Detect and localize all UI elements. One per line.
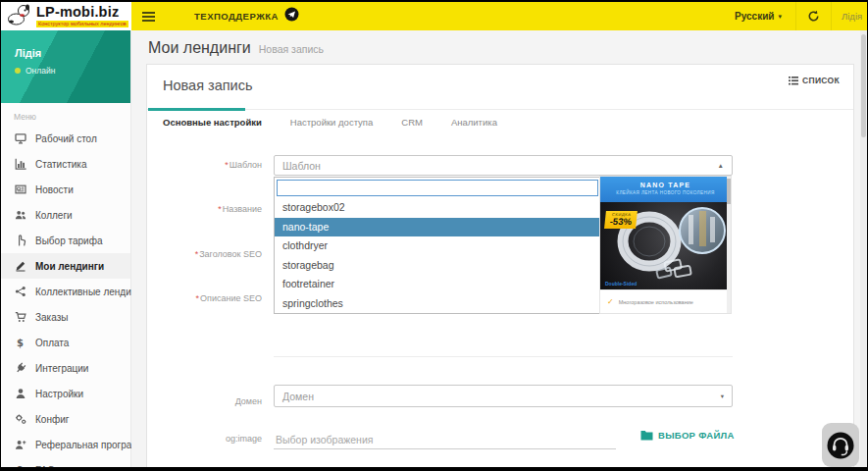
sidebar: Лідія Онлайн Меню Рабочий стол Статистик… [1,30,131,467]
template-label: *Шаблон [152,160,262,170]
sidebar-item-statistics[interactable]: Статистика [1,151,130,177]
list-button[interactable]: СПИСОК [789,76,840,85]
preview-title: NANO TAPE [600,182,731,188]
tab-analytics[interactable]: Аналитика [451,117,497,128]
page-scrollbar[interactable] [860,30,867,467]
domain-label: Домен [152,396,262,406]
preview-feature-text: Многоразовое использование [619,299,693,305]
logo-tagline: Конструктор мобильных лендингов [36,21,128,28]
card-title: Новая запись [163,78,253,93]
sidebar-item-tariff[interactable]: Выбор тарифа [1,228,130,253]
sidebar-user-panel: Лідія Онлайн [1,30,130,103]
support-link[interactable]: ТЕХПОДДЕРЖКА [194,7,299,26]
stats-icon [14,158,26,171]
breadcrumb: Мои лендинги Новая запись [148,39,324,57]
form-divider [274,356,733,357]
preview-feature-row: ✓ Многоразовое использование [600,289,731,313]
support-label: ТЕХПОДДЕРЖКА [194,11,279,22]
breadcrumb-sub: Новая запись [259,43,324,55]
hamburger-menu-icon[interactable] [142,10,155,24]
logo-title: LP-mobi.biz [36,5,128,20]
mascot-dog-icon [7,3,32,30]
app-window: LP-mobi.biz Конструктор мобильных лендин… [1,2,867,467]
online-status-dot [15,68,21,74]
og-image-label: og:image [152,434,262,444]
preview-inset-circle [679,207,726,254]
template-preview: NANO TAPE КЛЕЙКАЯ ЛЕНТА НОВОГО ПОКОЛЕНИЯ [600,177,731,313]
news-icon [14,183,26,196]
sidebar-item-orders[interactable]: Заказы [1,304,130,330]
discount-badge: СКИДКА -53% [604,211,638,229]
preview-header: NANO TAPE КЛЕЙКАЯ ЛЕНТА НОВОГО ПОКОЛЕНИЯ [600,177,731,202]
sidebar-item-integrations[interactable]: Интеграции [1,355,130,381]
preview-scrollbar[interactable] [727,177,731,313]
page-title: Мои лендинги [148,39,251,57]
og-image-input[interactable] [274,430,616,449]
sidebar-item-my-landings[interactable]: Мои лендинги [1,253,130,279]
dropdown-option[interactable]: clothdryer [275,236,600,256]
sidebar-item-news[interactable]: Новости [1,177,130,202]
menu-section-label: Меню [1,103,130,126]
dropdown-option[interactable]: storagebag [275,256,600,276]
tab-crm[interactable]: CRM [401,117,423,128]
name-label: *Название [152,204,262,214]
landings-icon [14,260,26,273]
scrollbar-thumb[interactable] [861,34,866,137]
dropdown-option[interactable]: footretainer [275,275,600,294]
user-plus-icon [14,439,26,451]
sidebar-item-referral[interactable]: Реферальная программа [1,432,130,457]
refresh-button[interactable] [796,10,831,23]
list-icon [789,77,798,85]
support-chat-widget[interactable] [822,423,859,467]
tab-main-settings[interactable]: Основные настройки [163,117,262,128]
telegram-icon [284,7,299,26]
sidebar-item-colleagues[interactable]: Коллеги [1,202,130,228]
domain-select[interactable]: Домен ▾ [274,385,733,407]
tab-bar: Основные настройки Настройки доступа CRM… [147,109,853,134]
sidebar-item-collective-landings[interactable]: Коллективные лендинги [1,279,130,304]
dropdown-option[interactable]: storagebox02 [275,198,600,218]
chevron-up-icon: ▲ [718,162,724,169]
sidebar-item-settings[interactable]: Настройки [1,381,130,406]
active-tab-indicator [148,108,245,111]
dropdown-search-input[interactable] [278,181,597,195]
dollar-icon: $ [14,337,26,349]
dropdown-search[interactable] [277,180,598,196]
dropdown-option[interactable]: springclothes [275,294,600,314]
sidebar-item-config[interactable]: Конфиг [1,406,130,432]
question-icon: ? [14,464,26,468]
preview-photo: СКИДКА -53% Double-Sided [600,202,731,289]
plug-icon [14,362,26,375]
topbar-username[interactable]: Лідія [832,11,867,22]
chevron-down-icon: ▾ [778,13,782,21]
template-select[interactable]: Шаблон ▲ [274,155,733,176]
tariff-icon [14,235,26,247]
online-status-label: Онлайн [26,66,55,76]
preview-caption: Double-Sided [605,281,637,287]
seo-title-label: *Заголовок SEO [152,249,262,259]
sidebar-item-desktop[interactable]: Рабочий стол [1,126,130,151]
choose-file-button[interactable]: ВЫБОР ФАЙЛА [640,430,735,441]
user-icon [14,388,26,400]
seo-description-label: *Описание SEO [152,293,262,303]
sidebar-username: Лідія [15,47,41,59]
folder-icon [640,430,653,441]
dropdown-option-selected[interactable]: nano-tape [275,218,600,237]
check-icon: ✓ [607,297,614,306]
logo[interactable]: LP-mobi.biz Конструктор мобильных лендин… [1,2,131,30]
share-icon [14,286,26,298]
topbar: LP-mobi.biz Конструктор мобильных лендин… [1,2,867,30]
desktop-icon [14,132,26,145]
gears-icon [14,413,26,426]
cart-icon [14,311,26,324]
template-dropdown: storagebox02 nano-tape clothdryer storag… [274,177,601,314]
sidebar-item-payment[interactable]: $ Оплата [1,330,130,355]
tab-access-settings[interactable]: Настройки доступа [290,117,373,128]
language-selector[interactable]: Русский ▾ [721,11,795,22]
main-content: Мои лендинги Новая запись Новая запись С… [131,30,860,467]
colleagues-icon [14,209,26,222]
refresh-icon [807,10,820,23]
sidebar-item-faq[interactable]: ? FAQ [1,457,130,467]
preview-subtitle: КЛЕЙКАЯ ЛЕНТА НОВОГО ПОКОЛЕНИЯ [600,190,731,195]
headset-icon [825,430,856,461]
